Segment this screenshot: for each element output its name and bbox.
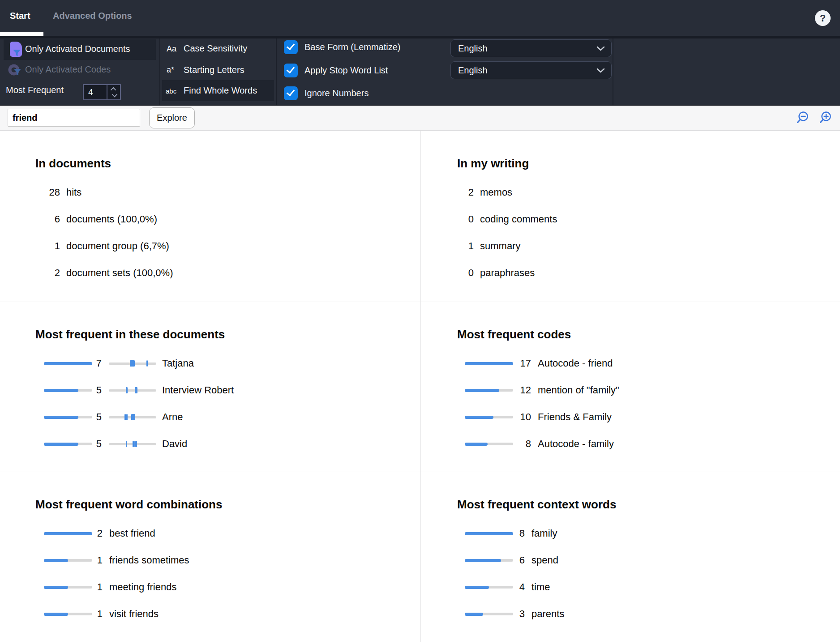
most-frequent-stepper[interactable]: 4 xyxy=(83,84,121,100)
panel-title: Most frequent in these documents xyxy=(35,328,225,341)
check-icon xyxy=(287,42,295,50)
stat-row: 0 paraphrases xyxy=(454,260,840,286)
group-divider xyxy=(159,38,160,105)
bar-label: Tatjana xyxy=(162,358,194,369)
stat-row: 1 document group (6,7%) xyxy=(40,233,420,260)
stat-label: document sets (100,0%) xyxy=(66,267,173,279)
only-activated-documents-label: Only Activated Documents xyxy=(25,44,130,54)
frequency-bar xyxy=(465,559,513,562)
most-frequent-value: 4 xyxy=(84,85,107,99)
frequency-bar xyxy=(44,586,92,589)
search-bar: Explore xyxy=(0,106,840,131)
whole-words-icon: abc xyxy=(166,87,176,95)
options-panel: Only Activated Documents Only Activated … xyxy=(0,38,840,106)
bar-label: David xyxy=(162,438,187,450)
tab-start[interactable]: Start xyxy=(10,11,30,21)
stat-label: summary xyxy=(480,240,520,252)
zoom-in-icon[interactable] xyxy=(819,111,834,126)
stat-row: 2 memos xyxy=(454,179,840,206)
bar-label: visit friends xyxy=(109,608,159,620)
starting-letters-icon: a* xyxy=(167,65,174,75)
base-form-checkbox[interactable] xyxy=(284,40,298,54)
frequency-bar xyxy=(44,613,92,615)
panel-in-documents: In documents 28 hits 6 documents (100,0%… xyxy=(0,131,420,302)
panel-in-my-writing: In my writing 2 memos 0 coding comments … xyxy=(421,131,840,302)
case-sensitivity-option[interactable]: Case Sensitivity xyxy=(184,43,247,54)
frequency-bar xyxy=(465,416,513,418)
panel-title: Most frequent word combinations xyxy=(35,498,222,512)
stat-value: 28 xyxy=(40,187,60,198)
bar-value: 10 xyxy=(513,411,531,423)
help-icon[interactable]: ? xyxy=(815,10,831,26)
stop-word-checkbox[interactable] xyxy=(284,64,298,77)
bar-row: 17 Autocode - friend xyxy=(421,350,840,377)
frequency-bar xyxy=(44,416,92,418)
ignore-numbers-checkbox[interactable] xyxy=(284,86,298,100)
bar-value: 1 xyxy=(92,608,103,620)
bar-value: 6 xyxy=(513,554,525,566)
only-activated-codes-label: Only Activated Codes xyxy=(25,64,111,75)
base-form-language-select[interactable]: English xyxy=(450,39,612,57)
bar-label: spend xyxy=(531,554,558,566)
bar-row: 10 Friends & Family xyxy=(421,404,840,431)
activated-codes-icon xyxy=(8,64,23,78)
zoom-out-icon[interactable] xyxy=(796,111,811,126)
bar-value: 5 xyxy=(92,438,102,450)
stat-row: 28 hits xyxy=(40,179,420,206)
bar-value: 5 xyxy=(92,411,102,423)
bar-row: 12 mention of "family" xyxy=(421,377,840,404)
frequency-bar xyxy=(44,362,92,365)
activated-documents-icon xyxy=(8,41,23,58)
bar-value: 8 xyxy=(513,438,531,450)
bar-value: 2 xyxy=(92,528,103,539)
case-sensitivity-icon: Aa xyxy=(167,44,176,54)
stat-row: 1 summary xyxy=(454,233,840,260)
bar-label: meeting friends xyxy=(109,581,176,593)
bar-row: 3 parents xyxy=(421,601,840,627)
panel-word-combinations: Most frequent word combinations 2 best f… xyxy=(0,472,420,642)
panel-title: In my writing xyxy=(457,157,529,171)
stat-value: 1 xyxy=(40,240,60,252)
stat-label: coding comments xyxy=(480,213,557,225)
hit-distribution-bar xyxy=(109,389,156,392)
dropdown-chevron-icon xyxy=(596,46,605,51)
bar-row: 7 Tatjana xyxy=(0,350,420,377)
ignore-numbers-label: Ignore Numbers xyxy=(304,88,369,98)
frequency-bar xyxy=(44,559,92,562)
explore-button[interactable]: Explore xyxy=(149,107,195,128)
bar-value: 4 xyxy=(513,581,525,593)
stat-value: 2 xyxy=(454,187,474,198)
bar-label: friends sometimes xyxy=(109,554,189,566)
search-input[interactable] xyxy=(8,109,140,127)
active-tab-indicator xyxy=(0,32,43,36)
frequency-bar xyxy=(465,443,513,445)
bar-value: 12 xyxy=(513,384,531,396)
panel-title: Most frequent context words xyxy=(457,498,616,512)
stop-word-language-select[interactable]: English xyxy=(450,61,612,79)
stat-value: 0 xyxy=(454,213,474,225)
hit-distribution-bar xyxy=(109,443,156,445)
panel-most-frequent-documents: Most frequent in these documents 7 Tatja… xyxy=(0,302,420,472)
bar-label: time xyxy=(531,581,550,593)
stepper-arrows-icon[interactable] xyxy=(107,85,120,99)
row-divider xyxy=(0,642,840,642)
panel-context-words: Most frequent context words 8 family 6 s… xyxy=(421,472,840,642)
panel-most-frequent-codes: Most frequent codes 17 Autocode - friend… xyxy=(421,302,840,472)
dropdown-chevron-icon xyxy=(596,68,605,73)
stat-value: 0 xyxy=(454,267,474,279)
tab-advanced-options[interactable]: Advanced Options xyxy=(53,11,132,21)
bar-value: 1 xyxy=(92,554,103,566)
stat-label: document group (6,7%) xyxy=(66,240,169,252)
bar-value: 8 xyxy=(513,528,525,539)
starting-letters-option[interactable]: Starting Letters xyxy=(184,65,244,75)
most-frequent-label: Most Frequent xyxy=(6,85,64,95)
chevron-down-icon xyxy=(111,92,117,98)
frequency-bar xyxy=(465,532,513,535)
bar-row: 1 meeting friends xyxy=(0,574,420,601)
stat-row: 2 document sets (100,0%) xyxy=(40,260,420,286)
bar-row: 4 time xyxy=(421,574,840,601)
check-icon xyxy=(287,88,295,96)
bar-label: family xyxy=(531,528,557,539)
group-divider xyxy=(613,38,613,105)
frequency-bar xyxy=(44,389,92,392)
